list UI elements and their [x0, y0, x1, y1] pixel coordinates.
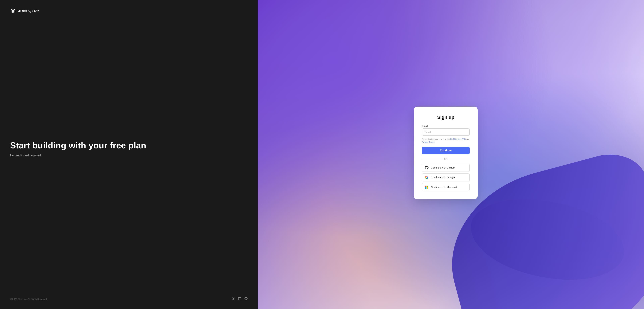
left-panel: Auth0 by Okta Start building with your f…	[0, 0, 258, 309]
continue-button[interactable]: Continue	[422, 147, 470, 154]
github-signin-icon	[425, 166, 428, 170]
privacy-policy-link[interactable]: Privacy Policy	[422, 141, 434, 143]
divider: OR	[422, 158, 470, 160]
x-twitter-icon[interactable]	[232, 297, 235, 301]
divider-line-left	[422, 159, 442, 159]
footer-copyright: © 2024 Okta, Inc. All Rights Reserved.	[10, 298, 47, 300]
self-service-link[interactable]: Self Service PSS	[450, 138, 466, 140]
hero-section: Start building with your free plan No cr…	[10, 14, 248, 297]
logo-area: Auth0 by Okta	[10, 8, 248, 14]
github-signin-button[interactable]: Continue with GitHub	[422, 164, 470, 172]
right-panel: Sign up Email By continuing, you agree t…	[258, 0, 644, 309]
card-title: Sign up	[422, 115, 470, 120]
social-links	[232, 297, 248, 301]
google-signin-button[interactable]: Continue with Google	[422, 173, 470, 181]
terms-text: By continuing, you agree to the Self Ser…	[422, 138, 470, 144]
footer: © 2024 Okta, Inc. All Rights Reserved.	[10, 297, 248, 301]
hero-subtext: No credit card required.	[10, 154, 248, 157]
email-input[interactable]	[422, 128, 470, 136]
signup-card: Sign up Email By continuing, you agree t…	[414, 107, 478, 199]
logo-text: Auth0 by Okta	[18, 9, 40, 13]
linkedin-icon[interactable]	[238, 297, 241, 301]
hero-heading: Start building with your free plan	[10, 140, 248, 151]
github-footer-icon[interactable]	[244, 297, 248, 301]
divider-line-right	[450, 159, 470, 159]
microsoft-signin-button[interactable]: Continue with Microsoft	[422, 183, 470, 191]
google-signin-label: Continue with Google	[431, 176, 455, 179]
microsoft-signin-label: Continue with Microsoft	[431, 186, 457, 188]
email-label: Email	[422, 125, 470, 127]
email-group: Email	[422, 125, 470, 136]
auth0-logo-icon	[10, 8, 16, 14]
github-signin-label: Continue with GitHub	[431, 166, 455, 169]
microsoft-signin-icon	[425, 185, 428, 189]
divider-label: OR	[444, 158, 448, 160]
google-signin-icon	[425, 176, 428, 179]
